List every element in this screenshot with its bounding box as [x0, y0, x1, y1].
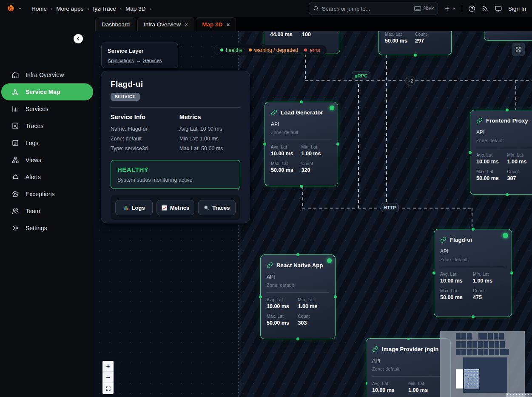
- connection-handle: [366, 382, 367, 385]
- breadcrumb-home[interactable]: Home: [31, 6, 47, 12]
- node-frontend-proxy[interactable]: Frontend Proxy API Zone: default Avg. La…: [470, 110, 532, 195]
- tab-map3d[interactable]: Map 3D ×: [196, 17, 236, 31]
- metric-label: Avg. Lat: [271, 145, 302, 149]
- logs-icon: [11, 139, 19, 147]
- search-input[interactable]: Search or jump to... ⌘+k: [309, 3, 438, 14]
- close-tab-icon[interactable]: ×: [185, 21, 188, 28]
- status-indicator: [503, 233, 508, 238]
- sidebar-item-label: Views: [26, 157, 41, 163]
- sidebar-item-logs[interactable]: Logs: [0, 134, 94, 151]
- detail-actions: Logs Metrics Traces: [111, 195, 240, 220]
- sidebar-item-infra-overview[interactable]: Infra Overview: [0, 66, 94, 83]
- badge-icon: [11, 190, 19, 198]
- node-metrics: Avg. Lat10.00 ms Min. Lat1.00 ms Max. La…: [440, 272, 506, 300]
- top-bar: Home › More apps › IyziTrace › Map 3D › …: [0, 0, 532, 17]
- metric-label: Max. Lat: [476, 169, 507, 174]
- sidebar-item-label: Settings: [26, 225, 47, 231]
- status-description: System status monitoring active: [117, 177, 233, 183]
- chevron-down-icon: [452, 6, 456, 11]
- breadcrumb-separator: ›: [149, 6, 151, 12]
- rss-icon: [481, 5, 489, 12]
- sidebar-item-traces[interactable]: Traces: [0, 117, 94, 134]
- node-zone: Zone: default: [440, 257, 506, 262]
- node-flagd-ui[interactable]: Flagd-ui API Zone: default Avg. Lat10.00…: [434, 229, 512, 317]
- edge: [472, 208, 472, 229]
- minimap-viewport[interactable]: [464, 369, 479, 388]
- sidebar-item-alerts[interactable]: Alerts: [0, 169, 94, 186]
- service-type-badge: SERVICE: [111, 93, 140, 101]
- applications-link[interactable]: Applications: [108, 58, 134, 63]
- metric-label: Count: [302, 161, 332, 166]
- zoom-out-button[interactable]: −: [102, 372, 114, 383]
- tab-infra-overview[interactable]: Infra Overview ×: [137, 17, 194, 31]
- services-link[interactable]: Services: [143, 58, 162, 63]
- breadcrumb-map3d[interactable]: Map 3D: [125, 6, 145, 12]
- close-tab-icon[interactable]: ×: [226, 21, 230, 28]
- fit-view-button[interactable]: [102, 383, 114, 394]
- metric-value: 320: [302, 167, 332, 173]
- service-map-canvas[interactable]: gRPC +2 HTTP 44.00 ms 100 Max. Lat 50.00…: [94, 31, 532, 397]
- node-load-generator[interactable]: Load Generator API Zone: default Avg. La…: [265, 102, 338, 186]
- sidebar-item-services[interactable]: Services: [0, 100, 94, 117]
- minimap[interactable]: [440, 331, 525, 397]
- edge-label-plus-more[interactable]: +2: [405, 76, 415, 86]
- sidebar-item-label: Infra Overview: [26, 71, 64, 78]
- minimap-fragment: [506, 393, 532, 397]
- metric-label: Min. Lat: [298, 297, 330, 302]
- button-label: Metrics: [170, 205, 190, 211]
- metric-value: 50.00 ms: [476, 175, 507, 181]
- sign-in-button[interactable]: Sign In: [508, 6, 526, 12]
- connection-handle: [506, 109, 509, 111]
- zoom-in-button[interactable]: +: [102, 361, 114, 372]
- legend-error: error: [304, 47, 320, 53]
- home-icon: [11, 71, 19, 79]
- new-menu-button[interactable]: [444, 6, 456, 12]
- metric-value: 297: [415, 38, 445, 44]
- node-react-native-app[interactable]: React Native App API Zone: default Avg. …: [260, 254, 336, 339]
- metric-label: Count: [415, 32, 445, 37]
- help-button[interactable]: [468, 5, 475, 12]
- sidebar-item-service-map[interactable]: Service Map: [1, 83, 93, 100]
- breadcrumb: Home › More apps › IyziTrace › Map 3D ›: [31, 6, 151, 12]
- display-button[interactable]: [495, 5, 502, 12]
- edge-label-http[interactable]: HTTP: [381, 203, 399, 212]
- breadcrumb-iyzitrace[interactable]: IyziTrace: [93, 6, 116, 12]
- node-title: Flagd-ui: [450, 237, 472, 243]
- sidebar-item-views[interactable]: Views: [0, 151, 94, 169]
- sidebar-item-exceptions[interactable]: Exceptions: [0, 186, 94, 203]
- tab-dashboard[interactable]: Dashboard: [95, 17, 136, 31]
- layout-grid-button[interactable]: [512, 43, 525, 56]
- grid-icon: [515, 46, 522, 53]
- magnifier-icon: [204, 205, 209, 211]
- metrics-button[interactable]: Metrics: [156, 200, 194, 215]
- sidebar-nav: Infra Overview Service Map Services Trac…: [0, 66, 94, 237]
- edge: [302, 186, 303, 208]
- metric-value: 1.00 ms: [298, 303, 330, 309]
- sidebar-item-team[interactable]: Team: [0, 203, 94, 220]
- collapse-sidebar-button[interactable]: [74, 34, 83, 43]
- traces-button[interactable]: Traces: [198, 200, 236, 215]
- node-partial-corner[interactable]: [484, 31, 532, 41]
- minimap-nodes: [456, 333, 504, 340]
- node-metrics: Avg. Lat10.00 ms Min. Lat1.00 ms Max. La…: [267, 297, 329, 326]
- node-divider: [372, 376, 444, 377]
- connection-handle: [296, 337, 299, 340]
- logs-button[interactable]: Logs: [115, 200, 153, 215]
- bar-chart-icon: [11, 105, 19, 113]
- news-button[interactable]: [481, 5, 489, 12]
- edge-label-grpc[interactable]: gRPC: [352, 71, 370, 80]
- grafana-logo[interactable]: [6, 4, 22, 14]
- info-row: Type: service3d: [111, 144, 179, 154]
- node-image-provider[interactable]: Image Provider (ngin API Zone: default A…: [366, 338, 451, 397]
- service-detail-panel: Flagd-ui SERVICE Service Info Name: Flag…: [101, 71, 250, 223]
- health-status-box: HEALTHY System status monitoring active: [111, 160, 240, 189]
- sidebar-item-settings[interactable]: Settings: [0, 220, 94, 237]
- breadcrumb-more-apps[interactable]: More apps: [56, 6, 83, 12]
- chevron-down-icon: [18, 6, 22, 11]
- chevron-left-icon: [76, 36, 81, 41]
- metric-label: Avg. Lat: [267, 297, 298, 302]
- node-zone: Zone: default: [476, 138, 532, 143]
- breadcrumb-separator: ›: [120, 6, 122, 12]
- detail-title: Flagd-ui: [111, 80, 240, 89]
- node-partial-right[interactable]: Max. Lat 50.00 ms Count 297: [378, 31, 452, 55]
